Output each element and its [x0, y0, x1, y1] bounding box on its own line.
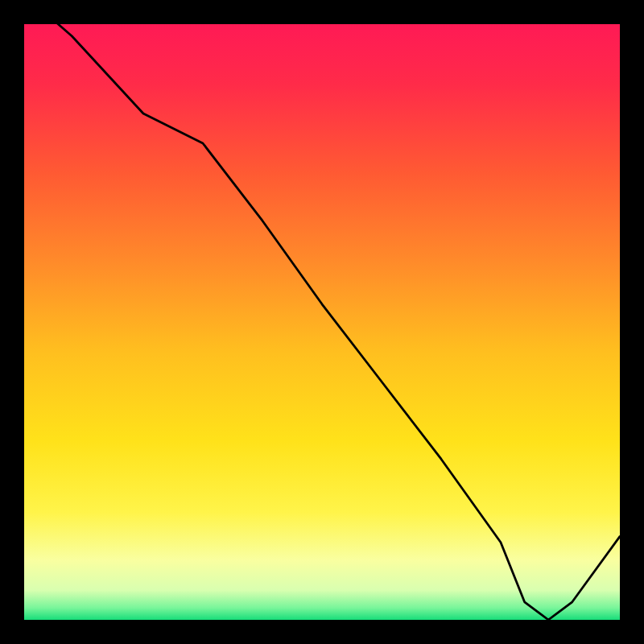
bottleneck-chart — [0, 0, 644, 644]
plot-area — [24, 24, 620, 620]
